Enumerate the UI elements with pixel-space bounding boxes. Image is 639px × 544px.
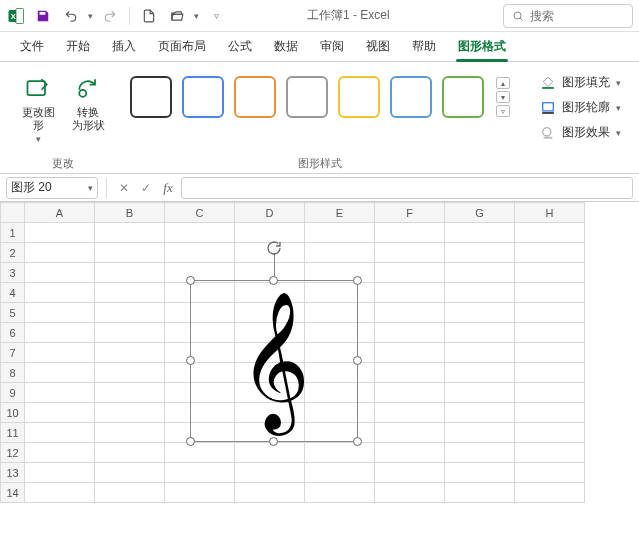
- cell[interactable]: [445, 363, 515, 383]
- cell[interactable]: [515, 483, 585, 503]
- gallery-up-button[interactable]: ▴: [496, 77, 510, 89]
- tab-view[interactable]: 视图: [356, 32, 400, 61]
- search-input[interactable]: [530, 9, 620, 23]
- cell[interactable]: [95, 463, 165, 483]
- redo-button[interactable]: [99, 5, 121, 27]
- resize-handle-nw[interactable]: [186, 276, 195, 285]
- resize-handle-n[interactable]: [269, 276, 278, 285]
- cell[interactable]: [25, 363, 95, 383]
- cell[interactable]: [445, 463, 515, 483]
- select-all-corner[interactable]: [1, 203, 25, 223]
- shape-outline-button[interactable]: 图形轮廓 ▾: [536, 97, 625, 118]
- cell[interactable]: [95, 263, 165, 283]
- col-header[interactable]: E: [305, 203, 375, 223]
- cell[interactable]: [95, 363, 165, 383]
- treble-clef-shape[interactable]: 𝄞: [239, 301, 310, 421]
- cell[interactable]: [445, 303, 515, 323]
- cell[interactable]: [235, 483, 305, 503]
- style-preset-3[interactable]: [234, 76, 276, 118]
- style-preset-2[interactable]: [182, 76, 224, 118]
- cell[interactable]: [375, 383, 445, 403]
- row-header[interactable]: 9: [1, 383, 25, 403]
- cell[interactable]: [235, 443, 305, 463]
- cell[interactable]: [95, 423, 165, 443]
- cell[interactable]: [515, 323, 585, 343]
- cell[interactable]: [25, 403, 95, 423]
- cell[interactable]: [305, 463, 375, 483]
- cell[interactable]: [305, 483, 375, 503]
- open-file-button[interactable]: [166, 5, 188, 27]
- search-box[interactable]: [503, 4, 633, 28]
- cell[interactable]: [515, 363, 585, 383]
- qat-customize-button[interactable]: ▿: [205, 5, 227, 27]
- cell[interactable]: [25, 423, 95, 443]
- cell[interactable]: [305, 223, 375, 243]
- cell[interactable]: [95, 323, 165, 343]
- tab-insert[interactable]: 插入: [102, 32, 146, 61]
- tab-review[interactable]: 审阅: [310, 32, 354, 61]
- cell[interactable]: [515, 243, 585, 263]
- resize-handle-s[interactable]: [269, 437, 278, 446]
- tab-formulas[interactable]: 公式: [218, 32, 262, 61]
- cell[interactable]: [515, 223, 585, 243]
- tab-help[interactable]: 帮助: [402, 32, 446, 61]
- col-header[interactable]: H: [515, 203, 585, 223]
- cell[interactable]: [515, 463, 585, 483]
- cell[interactable]: [445, 283, 515, 303]
- rotation-handle[interactable]: [265, 239, 283, 257]
- resize-handle-se[interactable]: [353, 437, 362, 446]
- cell[interactable]: [305, 243, 375, 263]
- tab-data[interactable]: 数据: [264, 32, 308, 61]
- style-preset-6[interactable]: [390, 76, 432, 118]
- col-header[interactable]: A: [25, 203, 95, 223]
- cell[interactable]: [515, 443, 585, 463]
- cell[interactable]: [25, 443, 95, 463]
- cell[interactable]: [25, 223, 95, 243]
- undo-button[interactable]: [60, 5, 82, 27]
- col-header[interactable]: B: [95, 203, 165, 223]
- convert-to-shape-button[interactable]: 转换 为形状: [66, 68, 110, 136]
- cell[interactable]: [445, 343, 515, 363]
- col-header[interactable]: D: [235, 203, 305, 223]
- cell[interactable]: [375, 363, 445, 383]
- row-header[interactable]: 14: [1, 483, 25, 503]
- cell[interactable]: [25, 263, 95, 283]
- row-header[interactable]: 8: [1, 363, 25, 383]
- style-preset-5[interactable]: [338, 76, 380, 118]
- cell[interactable]: [25, 303, 95, 323]
- row-header[interactable]: 13: [1, 463, 25, 483]
- cell[interactable]: [25, 243, 95, 263]
- resize-handle-sw[interactable]: [186, 437, 195, 446]
- resize-handle-e[interactable]: [353, 356, 362, 365]
- cell[interactable]: [95, 303, 165, 323]
- cell[interactable]: [165, 243, 235, 263]
- cell[interactable]: [515, 303, 585, 323]
- cell[interactable]: [95, 383, 165, 403]
- row-header[interactable]: 6: [1, 323, 25, 343]
- cell[interactable]: [95, 443, 165, 463]
- save-button[interactable]: [32, 5, 54, 27]
- cell[interactable]: [165, 443, 235, 463]
- cell[interactable]: [25, 323, 95, 343]
- selected-shape[interactable]: 𝄞: [190, 280, 358, 442]
- gallery-more-button[interactable]: ▿: [496, 105, 510, 117]
- chevron-down-icon[interactable]: ▾: [88, 183, 93, 193]
- tab-shape-format[interactable]: 图形格式: [448, 32, 516, 61]
- cell[interactable]: [515, 423, 585, 443]
- cell[interactable]: [375, 263, 445, 283]
- cell[interactable]: [375, 423, 445, 443]
- cell[interactable]: [375, 403, 445, 423]
- cell[interactable]: [95, 243, 165, 263]
- cell[interactable]: [375, 303, 445, 323]
- cell[interactable]: [375, 283, 445, 303]
- accept-formula-button[interactable]: ✓: [137, 179, 155, 197]
- cell[interactable]: [95, 223, 165, 243]
- cell[interactable]: [515, 383, 585, 403]
- row-header[interactable]: 4: [1, 283, 25, 303]
- cell[interactable]: [515, 263, 585, 283]
- gallery-down-button[interactable]: ▾: [496, 91, 510, 103]
- shape-fill-button[interactable]: 图形填充 ▾: [536, 72, 625, 93]
- row-header[interactable]: 5: [1, 303, 25, 323]
- cell[interactable]: [375, 323, 445, 343]
- cell[interactable]: [515, 343, 585, 363]
